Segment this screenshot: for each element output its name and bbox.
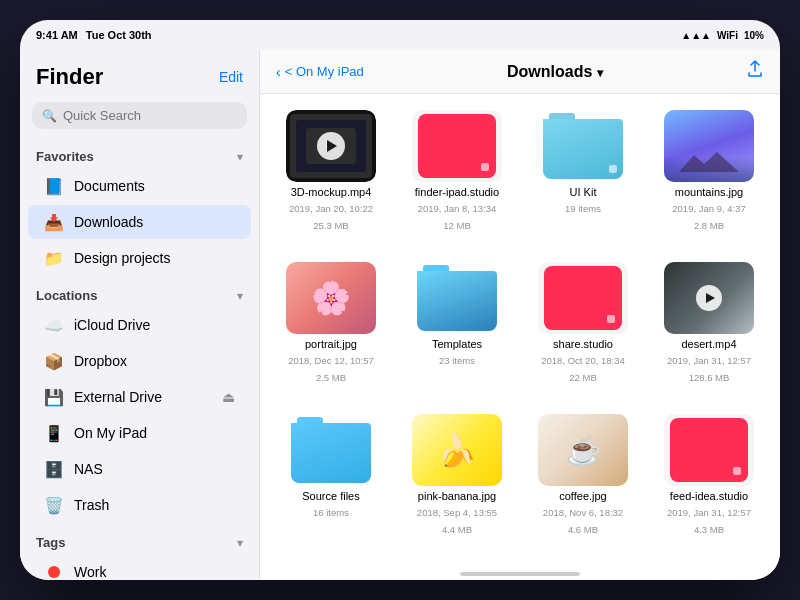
status-time: 9:41 AM bbox=[36, 29, 78, 41]
search-input[interactable] bbox=[63, 108, 237, 123]
documents-icon: 📘 bbox=[44, 176, 64, 196]
desert-play-icon bbox=[696, 285, 722, 311]
share-button[interactable] bbox=[746, 60, 764, 83]
back-label: < On My iPad bbox=[285, 64, 364, 79]
sidebar-item-label: Documents bbox=[74, 178, 145, 194]
ipad-icon: 📱 bbox=[44, 423, 64, 443]
sidebar-item-label: Trash bbox=[74, 497, 109, 513]
sidebar-item-dropbox[interactable]: 📦 Dropbox bbox=[28, 344, 251, 378]
locations-chevron[interactable]: ▾ bbox=[237, 289, 243, 303]
favorites-section-header: Favorites ▾ bbox=[20, 137, 259, 168]
file-name: finder-ipad.studio bbox=[415, 186, 499, 199]
icloud-icon: ☁️ bbox=[44, 315, 64, 335]
file-item-finder-studio[interactable]: finder-ipad.studio 2019, Jan 8, 13:34 12… bbox=[402, 110, 512, 246]
locations-label: Locations bbox=[36, 288, 97, 303]
main-content: ‹ < On My iPad Downloads ▾ bbox=[260, 50, 780, 580]
sidebar-item-label: iCloud Drive bbox=[74, 317, 150, 333]
search-bar[interactable]: 🔍 bbox=[32, 102, 247, 129]
file-meta: 2018, Sep 4, 13:55 bbox=[417, 507, 497, 519]
file-item-portrait[interactable]: 🌸 portrait.jpg 2018, Dec 12, 10:57 2.5 M… bbox=[276, 262, 386, 398]
status-bar-left: 9:41 AM Tue Oct 30th bbox=[36, 29, 152, 41]
sidebar-item-work[interactable]: Work bbox=[28, 555, 251, 580]
downloads-icon: 📥 bbox=[44, 212, 64, 232]
locations-section-header: Locations ▾ bbox=[20, 276, 259, 307]
file-thumb-templates bbox=[412, 262, 502, 334]
eject-icon[interactable]: ⏏ bbox=[222, 389, 235, 405]
file-name: portrait.jpg bbox=[305, 338, 357, 351]
back-button[interactable]: ‹ < On My iPad bbox=[276, 64, 364, 80]
file-meta: 23 items bbox=[439, 355, 475, 367]
file-item-uikit[interactable]: UI Kit 19 items bbox=[528, 110, 638, 246]
search-icon: 🔍 bbox=[42, 109, 57, 123]
sidebar: Finder Edit 🔍 Favorites ▾ 📘 Documents 📥 … bbox=[20, 50, 260, 580]
status-bar-right: ▲▲▲ WiFi 10% bbox=[681, 30, 764, 41]
file-size: 22 MB bbox=[569, 372, 596, 384]
favorites-label: Favorites bbox=[36, 149, 94, 164]
trash-icon: 🗑️ bbox=[44, 495, 64, 515]
file-name: coffee.jpg bbox=[559, 490, 607, 503]
file-name: UI Kit bbox=[570, 186, 597, 199]
file-meta: 2019, Jan 20, 10:22 bbox=[289, 203, 373, 215]
edit-button[interactable]: Edit bbox=[219, 69, 243, 85]
home-indicator bbox=[460, 572, 580, 576]
tags-label: Tags bbox=[36, 535, 65, 550]
external-drive-icon: 💾 bbox=[44, 387, 64, 407]
sidebar-item-nas[interactable]: 🗄️ NAS bbox=[28, 452, 251, 486]
wifi-icon: WiFi bbox=[717, 30, 738, 41]
file-thumb-desert bbox=[664, 262, 754, 334]
file-item-templates[interactable]: Templates 23 items bbox=[402, 262, 512, 398]
sidebar-item-icloud[interactable]: ☁️ iCloud Drive bbox=[28, 308, 251, 342]
file-size: 12 MB bbox=[443, 220, 470, 232]
file-item-source[interactable]: Source files 16 items bbox=[276, 414, 386, 550]
signal-icon: ▲▲▲ bbox=[681, 30, 711, 41]
toolbar: ‹ < On My iPad Downloads ▾ bbox=[260, 50, 780, 94]
file-size: 2.8 MB bbox=[694, 220, 724, 232]
sidebar-item-downloads[interactable]: 📥 Downloads bbox=[28, 205, 251, 239]
sidebar-item-label: NAS bbox=[74, 461, 103, 477]
sidebar-item-label: Design projects bbox=[74, 250, 171, 266]
file-size: 4.4 MB bbox=[442, 524, 472, 536]
file-item-mountains[interactable]: mountains.jpg 2019, Jan 9, 4:37 2.8 MB bbox=[654, 110, 764, 246]
toolbar-title: Downloads ▾ bbox=[372, 63, 738, 81]
file-size: 4.6 MB bbox=[568, 524, 598, 536]
file-item-banana[interactable]: 🍌 pink-banana.jpg 2018, Sep 4, 13:55 4.4… bbox=[402, 414, 512, 550]
file-name: Source files bbox=[302, 490, 359, 503]
file-meta: 2018, Oct 20, 18:34 bbox=[541, 355, 624, 367]
file-meta: 2019, Jan 9, 4:37 bbox=[672, 203, 745, 215]
file-thumb-share bbox=[538, 262, 628, 334]
file-meta: 2019, Jan 8, 13:34 bbox=[418, 203, 497, 215]
file-meta: 2019, Jan 31, 12:57 bbox=[667, 355, 751, 367]
sidebar-item-design[interactable]: 📁 Design projects bbox=[28, 241, 251, 275]
favorites-chevron[interactable]: ▾ bbox=[237, 150, 243, 164]
svg-point-0 bbox=[48, 566, 60, 578]
file-thumb-mockup bbox=[286, 110, 376, 182]
file-item-desert-video[interactable]: desert.mp4 2019, Jan 31, 12:57 128.6 MB bbox=[654, 262, 764, 398]
sidebar-item-external[interactable]: 💾 External Drive ⏏ bbox=[28, 380, 251, 414]
file-item-share-studio[interactable]: share.studio 2018, Oct 20, 18:34 22 MB bbox=[528, 262, 638, 398]
file-thumb-banana: 🍌 bbox=[412, 414, 502, 486]
file-thumb-source bbox=[286, 414, 376, 486]
file-meta: 2018, Dec 12, 10:57 bbox=[288, 355, 374, 367]
file-name: mountains.jpg bbox=[675, 186, 744, 199]
file-name: 3D-mockup.mp4 bbox=[291, 186, 372, 199]
file-item-feed[interactable]: feed-idea.studio 2019, Jan 31, 12:57 4.3… bbox=[654, 414, 764, 550]
sidebar-header: Finder Edit bbox=[20, 50, 259, 94]
file-size: 2.5 MB bbox=[316, 372, 346, 384]
file-item-coffee[interactable]: ☕ coffee.jpg 2018, Nov 6, 18:32 4.6 MB bbox=[528, 414, 638, 550]
file-thumb-coffee: ☕ bbox=[538, 414, 628, 486]
design-icon: 📁 bbox=[44, 248, 64, 268]
sidebar-item-ipad[interactable]: 📱 On My iPad bbox=[28, 416, 251, 450]
sidebar-item-label: On My iPad bbox=[74, 425, 147, 441]
sidebar-item-trash[interactable]: 🗑️ Trash bbox=[28, 488, 251, 522]
file-name: desert.mp4 bbox=[681, 338, 736, 351]
file-item-mockup-video[interactable]: 3D-mockup.mp4 2019, Jan 20, 10:22 25.3 M… bbox=[276, 110, 386, 246]
svg-marker-1 bbox=[679, 152, 739, 172]
file-meta: 2018, Nov 6, 18:32 bbox=[543, 507, 623, 519]
work-tag-icon bbox=[44, 562, 64, 580]
file-thumb-portrait: 🌸 bbox=[286, 262, 376, 334]
tags-chevron[interactable]: ▾ bbox=[237, 536, 243, 550]
play-triangle-icon bbox=[327, 140, 337, 152]
sidebar-item-documents[interactable]: 📘 Documents bbox=[28, 169, 251, 203]
file-meta: 2019, Jan 31, 12:57 bbox=[667, 507, 751, 519]
sidebar-item-label: Dropbox bbox=[74, 353, 127, 369]
